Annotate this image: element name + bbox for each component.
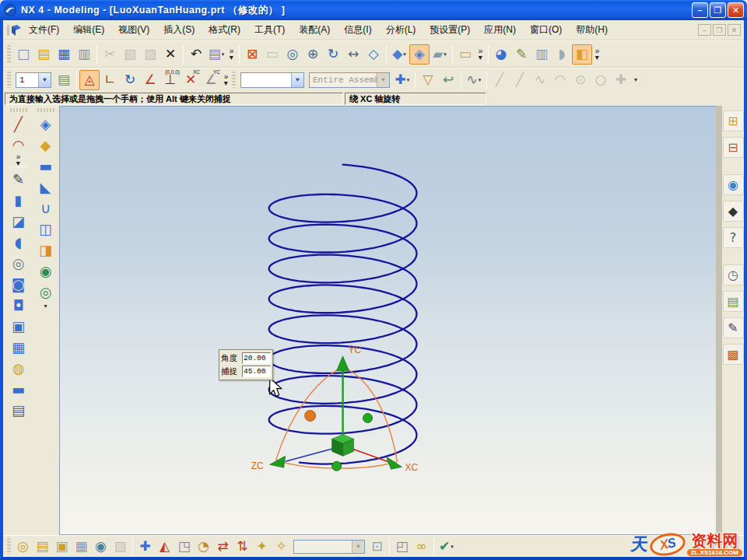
groove-icon[interactable]: ▤ <box>8 400 30 421</box>
menu-format[interactable]: 格式(R) <box>202 21 247 39</box>
zoom-in-out-icon[interactable]: ⊕ <box>303 44 323 65</box>
rotate-handle[interactable] <box>363 414 373 423</box>
toolbar-dropdown-button[interactable]: ▾ <box>631 76 640 83</box>
mouse-mode-icon[interactable]: ◗ <box>552 44 572 65</box>
mate-position-icon[interactable]: ✧ <box>272 537 291 556</box>
materials-icon[interactable]: ▩ <box>723 344 744 365</box>
internet-page-icon[interactable]: ◉ <box>723 174 744 195</box>
selection-filter-icon[interactable]: ▽ <box>418 70 438 90</box>
intersect-body-icon[interactable]: ◨ <box>35 240 57 261</box>
boss-icon[interactable]: ◘ <box>8 295 30 316</box>
toolbar-grip[interactable] <box>7 45 11 63</box>
layer-settings-icon[interactable]: ▤ <box>54 70 74 90</box>
wcs-origin-icon[interactable]: ⊥(0,0,0) <box>160 70 181 90</box>
palettes-icon[interactable]: ▤ <box>723 291 744 312</box>
visual-effects-icon[interactable]: ▥ <box>531 44 552 65</box>
pocket-icon[interactable]: ▣ <box>8 316 30 337</box>
fit-view-icon[interactable]: ⊠ <box>242 44 262 65</box>
toolbar-grip[interactable] <box>7 72 11 88</box>
toolbar-overflow-button[interactable]: »▾ <box>221 74 231 86</box>
help-icon[interactable]: ? <box>723 227 744 248</box>
wcs-dynamics-icon[interactable]: ◬ <box>79 70 100 90</box>
find-component-icon[interactable]: ◎ <box>13 537 33 556</box>
explode-assembly-icon[interactable]: ◰ <box>392 537 412 556</box>
snap-input[interactable] <box>242 366 271 377</box>
minimize-button[interactable]: – <box>692 2 708 18</box>
customize-tools-icon[interactable]: ✎ <box>723 317 744 338</box>
render-style-icon[interactable]: ▰▾ <box>430 44 450 65</box>
block-icon[interactable]: ◆ <box>35 135 57 156</box>
open-component-icon[interactable]: ▤ <box>33 537 52 556</box>
toolbar-grip[interactable] <box>10 108 27 112</box>
toolbar-grip[interactable] <box>232 72 236 88</box>
line-icon[interactable]: ╱ <box>8 114 30 135</box>
component-array-icon[interactable]: ▦ <box>72 537 91 556</box>
mirror-assembly-icon[interactable]: ◭ <box>155 537 174 556</box>
menu-information[interactable]: 信息(I) <box>337 21 378 39</box>
measure-icon[interactable]: ▭ <box>455 44 475 65</box>
pad-icon[interactable]: ▦ <box>8 337 30 358</box>
mating-condition-icon[interactable]: ✦ <box>252 537 272 556</box>
delete-icon[interactable]: ✕ <box>160 44 181 65</box>
menu-edit[interactable]: 编辑(E) <box>66 21 111 39</box>
replace-component-icon[interactable]: ⇄ <box>213 537 233 556</box>
extrude-body-icon[interactable]: ▬ <box>35 156 57 177</box>
toolbar-grip[interactable] <box>37 108 54 112</box>
menu-window[interactable]: 窗口(O) <box>523 21 569 39</box>
menu-preferences[interactable]: 预设置(P) <box>423 21 477 39</box>
shaded-view-icon[interactable]: ◆▾ <box>389 44 409 65</box>
make-unique-icon[interactable]: ⊡ <box>367 537 387 556</box>
origin-handle-cube[interactable] <box>332 434 354 456</box>
wcs-change-yc-icon[interactable]: ∠YC <box>201 70 221 90</box>
assembly-navigator-icon[interactable]: ⊞ <box>723 110 744 131</box>
menu-tools[interactable]: 工具(T) <box>247 21 292 39</box>
work-layer-combo[interactable]: 1▼ <box>16 72 51 88</box>
graphics-viewport[interactable]: YC XC ZC 角度 捕捉 <box>59 106 716 535</box>
role-icon[interactable]: ◕ <box>491 44 511 65</box>
hole-icon[interactable]: ◙ <box>8 274 30 295</box>
open-icon[interactable]: ▤ <box>33 44 54 65</box>
add-existing-part-icon[interactable]: ✚▾ <box>392 70 412 90</box>
snapshot-icon[interactable]: ◉ <box>91 537 110 556</box>
xc-arrow-cone[interactable] <box>387 457 402 469</box>
menu-assemblies[interactable]: 装配(A) <box>292 21 337 39</box>
arc-icon[interactable]: ◠ <box>8 135 30 156</box>
wcs-orient-icon[interactable]: ∠ <box>140 70 160 90</box>
rotate-handle[interactable] <box>332 461 342 471</box>
menu-view[interactable]: 视图(V) <box>111 21 156 39</box>
perspective-icon[interactable]: ◇ <box>363 44 384 65</box>
maximize-button[interactable]: ❐ <box>710 2 726 18</box>
boolean-unite-icon[interactable]: ◉ <box>35 261 57 282</box>
emboss-icon[interactable]: ◍ <box>8 358 30 379</box>
part-navigator-icon[interactable]: ⊟ <box>723 137 744 158</box>
print-icon[interactable]: ▥ <box>74 44 94 65</box>
tube-icon[interactable]: ◎ <box>8 253 30 274</box>
trim-body-icon[interactable]: ◪ <box>8 211 30 232</box>
yc-arrow-cone[interactable] <box>337 356 349 371</box>
toolbar-overflow-button[interactable]: »▾ <box>16 156 21 165</box>
subtract-body-icon[interactable]: ◫ <box>35 219 57 240</box>
training-icon[interactable]: ◆ <box>723 201 744 222</box>
pan-icon[interactable]: ↔ <box>343 44 363 65</box>
full-shade-icon[interactable]: ◧ <box>572 44 592 65</box>
rotate-view-icon[interactable]: ↻ <box>323 44 343 65</box>
selection-scope-combo[interactable]: ▼ <box>240 72 304 88</box>
display-mode-icon[interactable]: ◈ <box>409 44 430 65</box>
move-component-icon[interactable]: ◳ <box>174 537 194 556</box>
combo-arrow-icon[interactable]: ▼ <box>38 73 51 87</box>
mdi-restore-button[interactable]: ❐ <box>713 24 726 36</box>
menu-file[interactable]: 文件(F) <box>22 21 66 39</box>
snake-tool-icon[interactable]: ∿▾ <box>464 70 484 90</box>
close-button[interactable]: ✕ <box>728 2 744 18</box>
wcs-constructor-icon[interactable]: ∟ <box>100 70 120 90</box>
menu-insert[interactable]: 插入(S) <box>156 21 202 39</box>
datum-csys-icon[interactable]: ◈ <box>35 114 57 135</box>
substitute-component-icon[interactable]: ⇅ <box>233 537 252 556</box>
toolbar-overflow-button[interactable]: »▾ <box>475 48 486 61</box>
zc-arrow-cone[interactable] <box>270 456 286 467</box>
menu-help[interactable]: 帮助(H) <box>569 21 615 39</box>
menu-analysis[interactable]: 分析(L) <box>379 21 423 39</box>
rotate-handle-active[interactable] <box>305 411 316 422</box>
undo-icon[interactable]: ↶ <box>186 44 206 65</box>
revolve-icon[interactable]: ◣ <box>35 177 57 198</box>
